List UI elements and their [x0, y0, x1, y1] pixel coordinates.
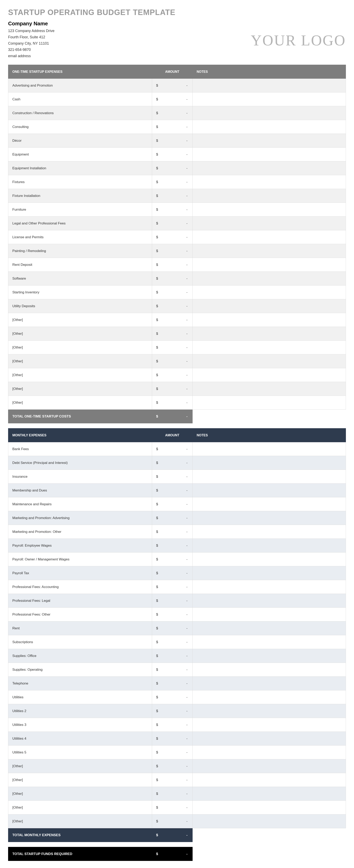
currency-symbol: $ — [156, 585, 158, 589]
amount-value: - — [156, 723, 188, 727]
expense-amount: $- — [152, 594, 192, 608]
table-row: Utilities 4$- — [8, 732, 346, 746]
expense-name: Professional Fees: Other — [8, 608, 152, 621]
expense-notes — [192, 92, 346, 106]
amount-value: - — [156, 139, 188, 143]
amount-value: - — [156, 654, 188, 658]
expense-amount: $- — [152, 120, 192, 134]
company-phone: 321-654-9870 — [8, 48, 55, 52]
amount-value: - — [156, 263, 188, 267]
amount-value: - — [156, 387, 188, 391]
expense-amount: $- — [152, 134, 192, 148]
table-row: Subscriptions$- — [8, 635, 346, 649]
currency-symbol: $ — [156, 249, 158, 253]
expense-amount: $- — [152, 649, 192, 663]
expense-name: [Other] — [8, 354, 152, 368]
currency-symbol: $ — [156, 571, 158, 575]
amount-value: - — [156, 194, 188, 198]
table-row: Fixture Installation$- — [8, 189, 346, 203]
expense-amount: $- — [152, 814, 192, 828]
expense-notes — [192, 456, 346, 470]
amount-value: - — [156, 304, 188, 308]
amount-value: - — [156, 447, 188, 451]
currency-symbol: $ — [156, 373, 158, 377]
table-row: Utility Deposits$- — [8, 299, 346, 313]
expense-notes — [192, 594, 346, 608]
expense-notes — [192, 396, 346, 409]
amount-value: - — [156, 806, 188, 810]
expense-name: [Other] — [8, 396, 152, 409]
table-row: Marketing and Promotion: Advertising$- — [8, 511, 346, 525]
expense-notes — [192, 175, 346, 189]
currency-symbol: $ — [156, 599, 158, 603]
table-row: Membership and Dues$- — [8, 484, 346, 497]
table-row: Equipment Installation$- — [8, 161, 346, 175]
expense-notes — [192, 690, 346, 704]
expense-notes — [192, 801, 346, 814]
grand-total-table: TOTAL STARTUP FUNDS REQUIRED $ - — [8, 847, 192, 861]
table-row: Utilities 5$- — [8, 746, 346, 759]
expense-name: Equipment — [8, 148, 152, 161]
expense-notes — [192, 814, 346, 828]
table-row: Décor$- — [8, 134, 346, 148]
expense-notes — [192, 230, 346, 244]
amount-value: - — [156, 208, 188, 212]
expense-amount: $- — [152, 746, 192, 759]
expense-notes — [192, 161, 346, 175]
monthly-table: MONTHLY EXPENSES AMOUNT NOTES Bank Fees$… — [8, 428, 346, 842]
expense-amount: $- — [152, 272, 192, 285]
expense-notes — [192, 285, 346, 299]
expense-notes — [192, 313, 346, 327]
expense-name: [Other] — [8, 327, 152, 341]
currency-symbol: $ — [156, 516, 158, 520]
table-row: [Other]$- — [8, 341, 346, 354]
amount-value: - — [156, 166, 188, 170]
expense-amount: $- — [152, 759, 192, 773]
amount-value: - — [156, 84, 188, 88]
table-row: Professional Fees: Accounting$- — [8, 580, 346, 594]
expense-amount: $- — [152, 566, 192, 580]
amount-value: - — [156, 544, 188, 548]
expense-notes — [192, 189, 346, 203]
currency-symbol: $ — [156, 345, 158, 349]
currency-symbol: $ — [156, 235, 158, 239]
expense-notes — [192, 341, 346, 354]
amount-value: - — [156, 221, 188, 225]
expense-notes — [192, 635, 346, 649]
expense-notes — [192, 704, 346, 718]
expense-notes — [192, 663, 346, 677]
expense-amount: $- — [152, 732, 192, 746]
table-row: Software$- — [8, 272, 346, 285]
expense-name: Bank Fees — [8, 442, 152, 456]
amount-value: - — [156, 750, 188, 754]
table-row: Construction / Renovations$- — [8, 106, 346, 120]
expense-amount: $- — [152, 161, 192, 175]
grand-total-amount: $ - — [152, 847, 192, 861]
expense-name: [Other] — [8, 382, 152, 396]
expense-amount: $- — [152, 553, 192, 566]
expense-notes — [192, 580, 346, 594]
currency-symbol: $ — [156, 723, 158, 727]
currency-symbol: $ — [156, 263, 158, 267]
currency-symbol: $ — [156, 461, 158, 465]
onetime-table: ONE-TIME STARTUP EXPENSES AMOUNT NOTES A… — [8, 65, 346, 423]
expense-amount: $- — [152, 635, 192, 649]
expense-name: Utilities 2 — [8, 704, 152, 718]
table-row: [Other]$- — [8, 368, 346, 382]
currency-symbol: $ — [156, 97, 158, 101]
expense-amount: $- — [152, 354, 192, 368]
currency-symbol: $ — [156, 764, 158, 768]
amount-value: - — [156, 111, 188, 115]
currency-symbol: $ — [156, 750, 158, 754]
expense-notes — [192, 732, 346, 746]
currency-symbol: $ — [156, 194, 158, 198]
table-row: [Other]$- — [8, 814, 346, 828]
amount-value: - — [156, 152, 188, 157]
expense-amount: $- — [152, 230, 192, 244]
amount-value: - — [156, 277, 188, 281]
expense-notes — [192, 566, 346, 580]
expense-amount: $- — [152, 442, 192, 456]
expense-notes — [192, 244, 346, 258]
expense-name: Payroll: Employee Wages — [8, 539, 152, 553]
header-block: Company Name 123 Company Address Drive F… — [8, 21, 346, 60]
